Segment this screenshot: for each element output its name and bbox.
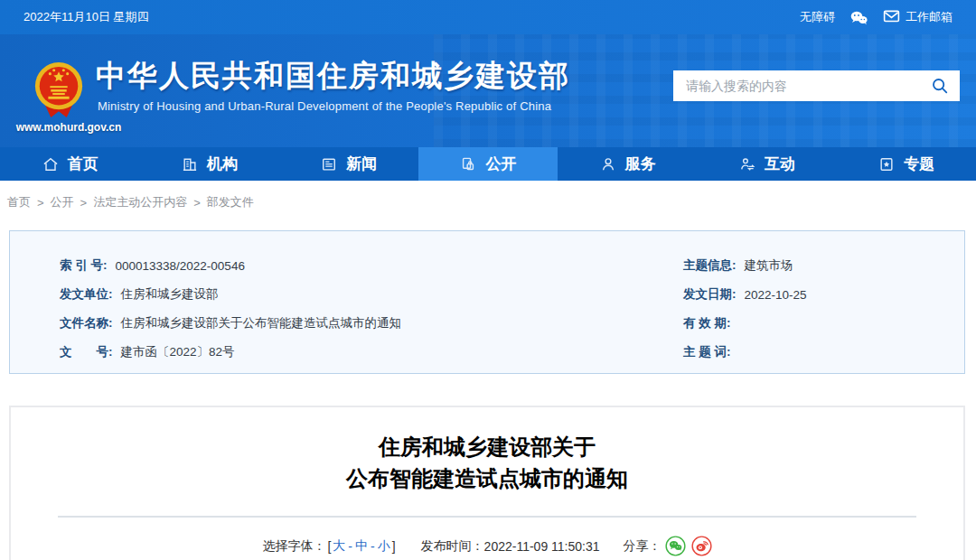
article-title: 住房和城乡建设部关于 公布智能建造试点城市的通知 (11, 431, 963, 494)
info-row-topic-info: 主题信息: 建筑市场 (683, 251, 964, 280)
title-divider (58, 516, 916, 518)
info-row-document-number: 文 号: 建市函〔2022〕82号 (60, 338, 683, 367)
nav-item-home[interactable]: 首页 (0, 147, 139, 181)
publish-time-label: 发布时间： (421, 538, 484, 555)
search-icon[interactable] (929, 75, 951, 97)
site-subtitle: Ministry of Housing and Urban-Rural Deve… (98, 99, 551, 113)
mail-icon (883, 9, 900, 25)
site-header: www.mohurd.gov.cn 中华人民共和国住房和城乡建设部 Minist… (0, 34, 976, 147)
info-row-index-number: 索 引 号: 000013338/2022-00546 (60, 251, 683, 280)
accessibility-link[interactable]: 无障碍 (800, 9, 835, 25)
nav-item-disclosure[interactable]: 公开 (418, 147, 558, 181)
breadcrumb-disclosure[interactable]: 公开 (51, 194, 74, 210)
breadcrumb-documents[interactable]: 部发文件 (207, 194, 254, 210)
search-input[interactable] (686, 79, 929, 93)
info-row-validity: 有 效 期: (683, 309, 964, 338)
nav-item-org[interactable]: 机构 (139, 147, 278, 181)
article-box: 住房和城乡建设部关于 公布智能建造试点城市的通知 选择字体： [ 大 - 中 -… (9, 406, 965, 560)
share-label: 分享： (624, 538, 662, 555)
article-title-line2: 公布智能建造试点城市的通知 (11, 462, 963, 494)
topbar-tools: 无障碍 (800, 9, 953, 25)
info-row-issue-date: 发文日期: 2022-10-25 (683, 280, 964, 309)
wechat-share-icon[interactable] (665, 536, 686, 556)
breadcrumb-separator: > (37, 196, 44, 210)
font-size-medium[interactable]: 中 (355, 538, 368, 555)
share-group: 分享： (624, 536, 712, 556)
site-title: 中华人民共和国住房和城乡建设部 (96, 56, 570, 97)
mohurd-page: 2022年11月10日 星期四 无障碍 (0, 0, 976, 560)
main-nav: 首页 机构 新闻 公开 服务 (0, 147, 976, 181)
breadcrumb-separator: > (193, 196, 201, 210)
font-size-large[interactable]: 大 (333, 538, 345, 555)
current-date: 2022年11月10日 星期四 (23, 9, 149, 25)
article-meta-row: 选择字体： [ 大 - 中 - 小 ] 发布时间： 2022-11-09 11:… (11, 536, 963, 556)
breadcrumb-home[interactable]: 首页 (7, 194, 31, 210)
publish-time-group: 发布时间： 2022-11-09 11:50:31 (421, 538, 600, 555)
national-emblem-icon (33, 60, 85, 123)
breadcrumb: 首页 > 公开 > 法定主动公开内容 > 部发文件 (7, 194, 254, 210)
font-size-small[interactable]: 小 (378, 538, 390, 555)
doc-info-box: 索 引 号: 000013338/2022-00546 发文单位: 住房和城乡建… (9, 230, 965, 374)
publish-time-value: 2022-11-09 11:50:31 (484, 539, 600, 554)
wechat-icon[interactable] (849, 10, 868, 25)
doc-info-right-column: 主题信息: 建筑市场 发文日期: 2022-10-25 有 效 期: 主 题 词… (683, 251, 964, 373)
nav-item-service[interactable]: 服务 (558, 147, 697, 181)
nav-item-interact[interactable]: 互动 (697, 147, 836, 181)
info-row-issuing-unit: 发文单位: 住房和城乡建设部 (60, 280, 683, 309)
nav-item-news[interactable]: 新闻 (279, 147, 418, 181)
site-url: www.mohurd.gov.cn (14, 121, 123, 134)
breadcrumb-statutory[interactable]: 法定主动公开内容 (93, 194, 187, 210)
font-size-selector: 选择字体： [ 大 - 中 - 小 ] (262, 538, 397, 555)
article-title-line1: 住房和城乡建设部关于 (11, 431, 963, 462)
doc-info-left-column: 索 引 号: 000013338/2022-00546 发文单位: 住房和城乡建… (10, 251, 683, 373)
font-size-label: 选择字体： (262, 538, 325, 555)
search-box (673, 70, 960, 101)
info-row-document-name: 文件名称: 住房和城乡建设部关于公布智能建造试点城市的通知 (60, 309, 683, 338)
top-bar: 2022年11月10日 星期四 无障碍 (0, 0, 976, 34)
breadcrumb-separator: > (80, 196, 88, 210)
work-mailbox-link[interactable]: 工作邮箱 (883, 9, 953, 25)
weibo-share-icon[interactable] (691, 536, 712, 556)
info-row-keywords: 主 题 词: (683, 338, 964, 367)
nav-item-topic[interactable]: 专题 (837, 147, 976, 181)
